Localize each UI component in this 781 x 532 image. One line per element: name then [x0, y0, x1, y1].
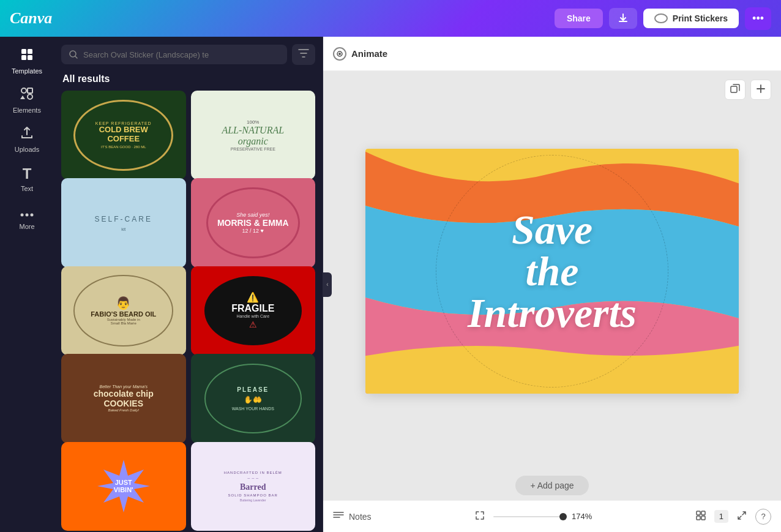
- svg-rect-18: [697, 516, 700, 520]
- search-icon: [69, 50, 78, 59]
- sidebar-item-elements[interactable]: Elements: [2, 81, 51, 120]
- template-barred[interactable]: HANDCRAFTED IN BELÉM ~ ~ ~ Barred SOLID …: [191, 442, 316, 531]
- template-selfcare[interactable]: SELF-CARE kit: [61, 178, 186, 267]
- sidebar-item-text[interactable]: T Text: [2, 159, 51, 198]
- search-input[interactable]: [83, 50, 280, 59]
- zoom-controls: 174%: [471, 508, 592, 525]
- zoom-fit-button[interactable]: [471, 508, 488, 525]
- add-element-button[interactable]: [750, 80, 771, 100]
- download-button[interactable]: [609, 8, 637, 29]
- canvas-main: Save the Introverts: [323, 71, 781, 471]
- filter-button[interactable]: [292, 44, 315, 65]
- page-grid-button[interactable]: [692, 508, 709, 525]
- panel-collapse-handle[interactable]: ‹: [323, 272, 332, 297]
- duplicate-canvas-button[interactable]: [725, 80, 745, 100]
- design-text-overlay: Save the Introverts: [365, 149, 739, 394]
- panel-heading: All results: [54, 70, 323, 91]
- svg-point-6: [28, 94, 32, 99]
- main-layout: Templates Elements Uploads: [0, 37, 781, 532]
- svg-rect-3: [28, 55, 32, 60]
- search-input-wrap: [61, 45, 287, 64]
- canvas-area: Animate: [323, 37, 781, 532]
- uploads-icon: [20, 126, 34, 143]
- more-icon: [20, 204, 34, 220]
- svg-rect-19: [701, 516, 705, 520]
- svg-rect-0: [21, 49, 26, 54]
- svg-point-9: [31, 214, 34, 217]
- elements-icon: [20, 87, 34, 104]
- templates-icon: [20, 48, 34, 65]
- svg-rect-17: [701, 511, 705, 515]
- notes-label: Notes: [349, 512, 372, 522]
- template-organic[interactable]: 100% ALL-NATURALorganic PRESERVATIVE FRE…: [191, 91, 316, 179]
- canvas-footer: Notes 174%: [323, 500, 781, 532]
- canva-logo: Canva: [10, 9, 52, 28]
- canvas-top-icons: [725, 80, 771, 100]
- add-page-bar: + Add page: [323, 471, 781, 500]
- svg-point-13: [338, 53, 341, 55]
- zoom-level: 174%: [572, 512, 592, 521]
- svg-rect-1: [28, 49, 32, 54]
- svg-point-8: [26, 214, 29, 217]
- template-wash[interactable]: PLEASE ✋🤲 WASH YOUR HANDS: [191, 354, 316, 443]
- template-fabio[interactable]: 👨 FABIO'S BEARD OIL Sustainably Made inS…: [61, 266, 186, 355]
- add-page-button[interactable]: + Add page: [515, 476, 588, 495]
- help-button[interactable]: ?: [755, 509, 771, 525]
- sidebar-item-templates[interactable]: Templates: [2, 42, 51, 81]
- template-fragile[interactable]: ⚠️ FRAGILE Handle with Care ⚠: [191, 266, 316, 355]
- share-button[interactable]: Share: [555, 9, 603, 28]
- text-icon: T: [23, 165, 32, 182]
- search-bar: [54, 37, 323, 70]
- animate-icon: [333, 47, 346, 61]
- footer-right: 1 ?: [692, 508, 771, 525]
- design-text: Save the Introverts: [468, 209, 637, 334]
- notes-section: Notes: [333, 512, 372, 522]
- design-canvas[interactable]: Save the Introverts: [365, 149, 739, 394]
- template-morris[interactable]: She said yes! MORRIS & EMMA 12 / 12 ♥: [191, 178, 316, 267]
- print-stickers-button[interactable]: Print Stickers: [643, 9, 739, 28]
- sidebar-item-uploads[interactable]: Uploads: [2, 120, 51, 159]
- sticker-icon: [654, 13, 668, 23]
- header-actions: Share Print Stickers •••: [555, 7, 771, 30]
- templates-panel-wrapper: All results KEEP REFRIGERATED COLD BREWC…: [54, 37, 323, 532]
- templates-panel: All results KEEP REFRIGERATED COLD BREWC…: [54, 37, 323, 532]
- more-options-button[interactable]: •••: [745, 7, 771, 30]
- svg-point-4: [21, 88, 26, 93]
- template-cookies[interactable]: Better Than your Mama's chocolate chipCO…: [61, 354, 186, 443]
- page-number: 1: [714, 510, 728, 523]
- notes-icon: [333, 512, 344, 522]
- template-vibin[interactable]: JUSTVIBIN': [61, 442, 186, 531]
- fullscreen-button[interactable]: [733, 508, 750, 525]
- template-cold-brew[interactable]: KEEP REFRIGERATED COLD BREWCOFFEE IT'S B…: [61, 91, 186, 179]
- svg-rect-2: [21, 55, 26, 60]
- templates-grid: KEEP REFRIGERATED COLD BREWCOFFEE IT'S B…: [54, 91, 323, 532]
- app-header: Canva Share Print Stickers •••: [0, 0, 781, 37]
- animate-button[interactable]: Animate: [333, 47, 387, 61]
- svg-point-7: [21, 214, 24, 217]
- sidebar: Templates Elements Uploads: [0, 37, 54, 532]
- svg-rect-5: [28, 88, 32, 93]
- sidebar-item-more[interactable]: More: [2, 198, 51, 236]
- svg-rect-16: [697, 511, 700, 515]
- svg-rect-14: [731, 86, 737, 92]
- canvas-toolbar: Animate: [323, 37, 781, 71]
